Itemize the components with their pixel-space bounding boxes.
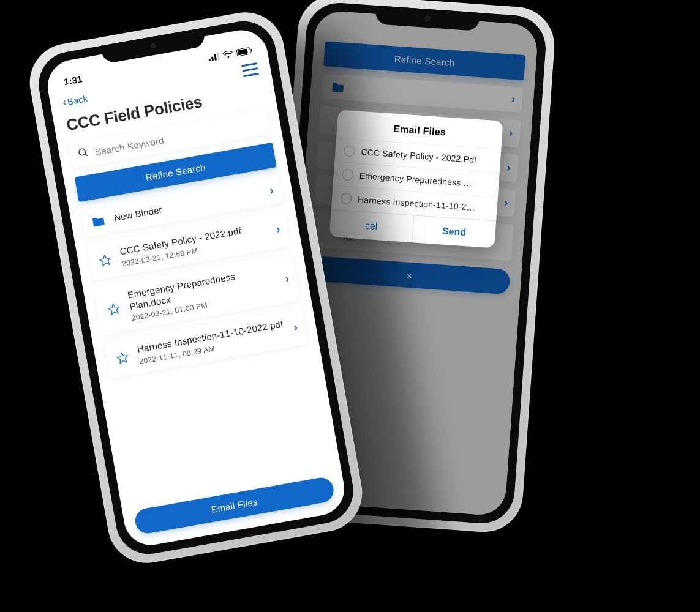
back-button[interactable]: ‹ Back <box>61 92 88 109</box>
svg-rect-5 <box>238 49 248 56</box>
chevron-right-icon: › <box>284 272 290 285</box>
folder-icon <box>89 214 108 228</box>
svg-rect-3 <box>217 53 220 60</box>
svg-rect-2 <box>214 54 217 61</box>
svg-marker-10 <box>108 303 119 315</box>
svg-marker-9 <box>99 254 111 266</box>
wifi-icon <box>222 50 234 59</box>
svg-point-7 <box>78 148 86 155</box>
back-label: Back <box>67 93 89 107</box>
modal-send-button[interactable]: Send <box>412 215 496 248</box>
star-icon[interactable] <box>104 302 123 317</box>
star-icon[interactable] <box>113 350 132 365</box>
menu-button[interactable] <box>241 62 259 77</box>
svg-marker-11 <box>116 352 128 364</box>
chevron-right-icon: › <box>276 223 282 236</box>
svg-rect-1 <box>211 56 214 61</box>
svg-line-8 <box>85 154 88 157</box>
chevron-right-icon: › <box>293 321 299 334</box>
cellular-icon <box>208 53 220 62</box>
star-icon[interactable] <box>96 253 115 268</box>
svg-rect-6 <box>250 49 252 52</box>
svg-rect-0 <box>209 59 211 61</box>
chevron-right-icon: › <box>269 184 275 198</box>
search-icon <box>77 146 91 162</box>
